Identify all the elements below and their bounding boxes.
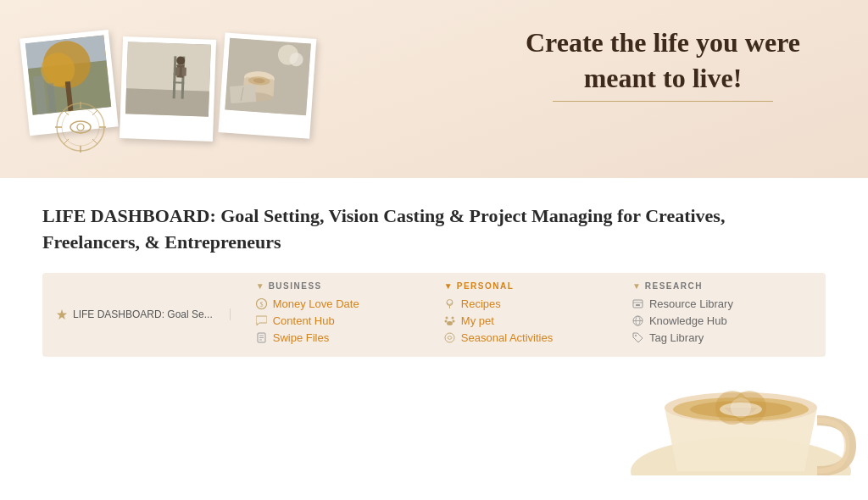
svg-rect-8: [126, 42, 211, 91]
svg-point-62: [635, 335, 637, 336]
nav-section-business: ▼ BUSINESS $ Money Love Date Content Hub: [248, 281, 436, 348]
seasonal-icon: [444, 331, 456, 343]
photo-image-3: [225, 38, 311, 115]
svg-point-50: [446, 316, 448, 319]
business-section-header: ▼ BUSINESS: [256, 281, 427, 291]
photo-image-2: [125, 42, 211, 116]
personal-section-title: PERSONAL: [457, 281, 515, 291]
compass-icon: [51, 97, 110, 157]
nav-section-personal: ▼ PERSONAL Recipes My pet Seasonal Acti: [436, 281, 624, 348]
recipes-icon: [444, 297, 456, 309]
nav-item-recipes[interactable]: Recipes: [444, 297, 615, 310]
files-icon: [256, 331, 268, 343]
svg-point-54: [447, 321, 453, 325]
tag-library-label: Tag Library: [649, 331, 704, 344]
bottom-area: [0, 374, 868, 475]
business-arrow-icon: ▼: [256, 281, 264, 291]
nav-item-resource-library[interactable]: Resource Library: [632, 297, 804, 310]
svg-line-38: [92, 139, 97, 144]
tagline-container: Create the life you were meant to live!: [526, 25, 800, 102]
nav-item-swipe-files[interactable]: Swipe Files: [256, 331, 427, 344]
svg-point-51: [452, 316, 454, 319]
knowledge-hub-icon: [632, 314, 644, 326]
money-love-date-label: Money Love Date: [273, 297, 359, 310]
nav-item-content-hub[interactable]: Content Hub: [256, 314, 427, 327]
polaroid-photo-2: [120, 36, 216, 142]
svg-marker-41: [57, 309, 67, 319]
home-star-icon: [56, 308, 68, 320]
svg-point-32: [77, 124, 84, 131]
polaroid-photo-3: [218, 32, 316, 138]
svg-rect-17: [175, 67, 180, 75]
money-icon: $: [256, 297, 268, 309]
nav-home-item[interactable]: LIFE DASHBOARD: Goal Se...: [56, 308, 231, 320]
nav-section-research: ▼ RESEARCH Resource Library Knowledge Hu…: [624, 281, 812, 348]
coffee-decoration: [614, 374, 868, 475]
research-section-header: ▼ RESEARCH: [632, 281, 804, 291]
tag-library-icon: [632, 331, 644, 343]
svg-rect-18: [182, 68, 186, 76]
nav-home-label: LIFE DASHBOARD: Goal Se...: [73, 308, 213, 320]
tagline-underline: [553, 101, 773, 102]
svg-text:$: $: [260, 301, 264, 308]
svg-point-70: [731, 397, 751, 418]
svg-line-39: [92, 110, 97, 115]
content-hub-label: Content Hub: [273, 314, 335, 327]
pet-icon: [444, 314, 456, 326]
header-banner: Create the life you were meant to live!: [0, 0, 868, 178]
svg-rect-9: [125, 88, 209, 116]
research-arrow-icon: ▼: [632, 281, 641, 291]
tagline-line2: meant to live!: [526, 61, 800, 97]
svg-rect-58: [636, 304, 640, 306]
polaroid-photos: [25, 38, 313, 140]
swipe-files-label: Swipe Files: [273, 331, 329, 344]
personal-arrow-icon: ▼: [444, 281, 453, 291]
nav-item-knowledge-hub[interactable]: Knowledge Hub: [632, 314, 804, 327]
nav-item-seasonal-activities[interactable]: Seasonal Activities: [444, 331, 615, 344]
nav-item-money-love-date[interactable]: $ Money Love Date: [256, 297, 427, 310]
nav-breadcrumb-bar: LIFE DASHBOARD: Goal Se... ▼ BUSINESS $ …: [42, 273, 826, 357]
chat-icon: [256, 314, 268, 326]
svg-line-37: [64, 110, 69, 115]
resource-library-label: Resource Library: [649, 297, 733, 310]
svg-point-52: [445, 319, 448, 322]
nav-item-my-pet[interactable]: My pet: [444, 314, 615, 327]
seasonal-activities-label: Seasonal Activities: [461, 331, 553, 344]
svg-point-55: [445, 333, 454, 342]
main-content: LIFE DASHBOARD: Goal Setting, Vision Cas…: [0, 178, 868, 374]
my-pet-label: My pet: [461, 314, 494, 327]
knowledge-hub-label: Knowledge Hub: [649, 314, 727, 327]
recipes-label: Recipes: [461, 297, 501, 310]
svg-point-31: [70, 121, 91, 133]
page-title: LIFE DASHBOARD: Goal Setting, Vision Cas…: [42, 203, 737, 256]
business-section-title: BUSINESS: [269, 281, 322, 291]
nav-item-tag-library[interactable]: Tag Library: [632, 331, 804, 344]
resource-library-icon: [632, 297, 644, 309]
tagline-line1: Create the life you were: [526, 25, 800, 61]
personal-section-header: ▼ PERSONAL: [444, 281, 615, 291]
svg-line-40: [64, 139, 69, 144]
svg-point-53: [453, 319, 455, 322]
research-section-title: RESEARCH: [645, 281, 703, 291]
svg-rect-56: [633, 300, 643, 308]
